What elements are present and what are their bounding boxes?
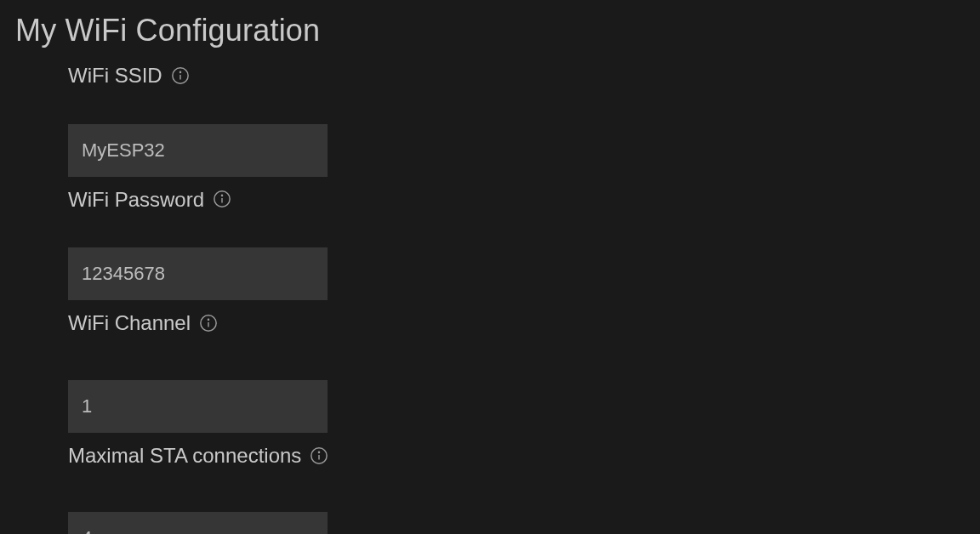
svg-point-11: [319, 452, 320, 452]
max-sta-group: Maximal STA connections: [68, 441, 980, 534]
page-title: My WiFi Configuration: [0, 0, 980, 48]
svg-point-8: [208, 319, 208, 320]
max-sta-label-row: Maximal STA connections: [68, 441, 980, 470]
info-icon[interactable]: [171, 66, 190, 85]
password-input[interactable]: [68, 247, 328, 300]
svg-point-2: [179, 71, 180, 72]
ssid-group: WiFi SSID: [68, 61, 980, 177]
info-icon[interactable]: [310, 446, 328, 465]
max-sta-label: Maximal STA connections: [68, 441, 301, 470]
svg-point-5: [221, 196, 222, 196]
channel-label-row: WiFi Channel: [68, 309, 980, 338]
password-group: WiFi Password: [68, 185, 980, 301]
password-label: WiFi Password: [68, 185, 204, 214]
ssid-input[interactable]: [68, 124, 328, 177]
info-icon[interactable]: [213, 190, 231, 208]
channel-label: WiFi Channel: [68, 309, 191, 338]
max-sta-input[interactable]: [68, 512, 328, 534]
password-label-row: WiFi Password: [68, 185, 980, 214]
info-icon[interactable]: [199, 314, 218, 332]
channel-group: WiFi Channel: [68, 309, 980, 433]
ssid-label-row: WiFi SSID: [68, 61, 980, 90]
channel-input[interactable]: [68, 380, 328, 433]
wifi-config-form: WiFi SSID WiFi Password: [0, 48, 980, 534]
ssid-label: WiFi SSID: [68, 61, 162, 90]
